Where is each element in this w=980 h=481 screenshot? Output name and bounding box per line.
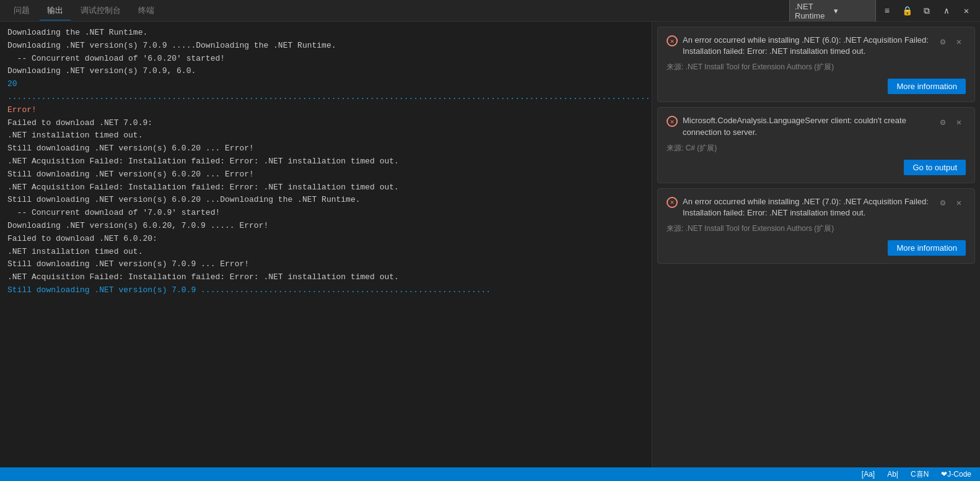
notif-title: Microsoft.CodeAnalysis.LanguageServer cl… <box>683 115 931 137</box>
console-line: Failed to download .NET 7.0.9: <box>7 117 644 130</box>
status-bar: [Aa] Ab| C喜N ❤︎J-Code <box>652 467 980 481</box>
notification-panel: ✕ An error occurred while installing .NE… <box>652 22 980 481</box>
notif-action-button[interactable]: More information <box>888 240 966 256</box>
tab-bar: 问题 输出 调试控制台 终端 .NET Runtime ▾ ≡ 🔒 ⧉ ∧ ✕ <box>0 0 980 22</box>
console-line: Still downloading .NET version(s) 6.0.20… <box>7 142 644 155</box>
console-line: Downloading .NET version(s) 7.0.9, 6.0. <box>7 65 644 78</box>
lock-icon[interactable]: 🔒 <box>898 2 916 20</box>
main-content: Downloading the .NET Runtime.Downloading… <box>0 22 980 481</box>
runtime-dropdown[interactable]: .NET Runtime ▾ <box>789 0 876 23</box>
notification-card: ✕ An error occurred while installing .NE… <box>657 188 975 264</box>
console-line: Downloading .NET version(s) 6.0.20, 7.0.… <box>7 220 644 233</box>
toolbar-right: .NET Runtime ▾ ≡ 🔒 ⧉ ∧ ✕ <box>789 0 980 22</box>
chevron-up-icon[interactable]: ∧ <box>938 2 955 20</box>
notif-footer: More information <box>667 240 966 256</box>
notif-title: An error occurred while installing .NET … <box>683 35 931 57</box>
console-line: .NET Acquisition Failed: Installation fa… <box>7 271 644 284</box>
console-line: .NET Acquisition Failed: Installation fa… <box>7 181 644 194</box>
notif-actions-top: ⚙ ✕ <box>936 196 966 210</box>
notif-header: ✕ An error occurred while installing .NE… <box>667 196 966 219</box>
error-icon: ✕ <box>667 35 678 46</box>
console-line: -- Concurrent download of '7.0.9' starte… <box>7 207 644 220</box>
gear-icon[interactable]: ⚙ <box>936 115 950 129</box>
status-ab[interactable]: Ab| <box>885 470 901 479</box>
console-line: -- Concurrent download of '6.0.20' start… <box>7 53 644 66</box>
console-line: .NET installation timed out. <box>7 246 644 259</box>
console-line: Still downloading .NET version(s) 6.0.20… <box>7 168 644 181</box>
notif-footer: More information <box>667 79 966 94</box>
tab-terminal[interactable]: 终端 <box>131 1 162 20</box>
console-line: Failed to download .NET 6.0.20: <box>7 233 644 246</box>
error-icon: ✕ <box>667 116 678 127</box>
console-line: Still downloading .NET version(s) 7.0.9 … <box>7 258 644 271</box>
notif-header: ✕ Microsoft.CodeAnalysis.LanguageServer … <box>667 115 966 137</box>
notif-footer: Go to output <box>667 160 966 175</box>
close-icon[interactable]: ✕ <box>952 196 966 210</box>
tab-output[interactable]: 输出 <box>40 1 71 20</box>
notification-card: ✕ Microsoft.CodeAnalysis.LanguageServer … <box>657 107 975 183</box>
notification-card: ✕ An error occurred while installing .NE… <box>657 27 975 102</box>
error-icon: ✕ <box>667 197 678 208</box>
bottom-status-left <box>0 467 652 481</box>
copy-icon[interactable]: ⧉ <box>918 2 935 20</box>
close-icon[interactable]: ✕ <box>952 115 966 129</box>
status-font-size[interactable]: [Aa] <box>859 470 877 479</box>
notif-actions-top: ⚙ ✕ <box>936 35 966 48</box>
notif-action-button[interactable]: Go to output <box>904 160 966 175</box>
close-icon[interactable]: ✕ <box>952 35 966 48</box>
status-jcode[interactable]: ❤︎J-Code <box>938 470 974 479</box>
notif-actions-top: ⚙ ✕ <box>936 115 966 129</box>
console-line: Downloading .NET version(s) 7.0.9 .....D… <box>7 40 644 53</box>
notif-title: An error occurred while installing .NET … <box>683 196 931 219</box>
tab-debug-console[interactable]: 调试控制台 <box>73 1 128 20</box>
console-line: Downloading the .NET Runtime. <box>7 27 644 40</box>
gear-icon[interactable]: ⚙ <box>936 196 950 210</box>
console-line: Still downloading .NET version(s) 6.0.20… <box>7 194 644 207</box>
console-line: 20 .....................................… <box>7 78 644 116</box>
console-output: Downloading the .NET Runtime.Downloading… <box>0 22 652 481</box>
notif-action-button[interactable]: More information <box>888 79 966 94</box>
list-icon[interactable]: ≡ <box>878 2 896 20</box>
dropdown-arrow-icon: ▾ <box>834 6 870 15</box>
notif-source: 来源: C# (扩展) <box>667 143 966 154</box>
console-line: .NET installation timed out. <box>7 129 644 142</box>
tab-problems[interactable]: 问题 <box>6 1 37 20</box>
console-line: .NET Acquisition Failed: Installation fa… <box>7 155 644 168</box>
console-line: Still downloading .NET version(s) 7.0.9 … <box>7 284 644 297</box>
notif-header: ✕ An error occurred while installing .NE… <box>667 35 966 57</box>
gear-icon[interactable]: ⚙ <box>936 35 950 48</box>
notif-source: 来源: .NET Install Tool for Extension Auth… <box>667 223 966 234</box>
status-csn[interactable]: C喜N <box>908 469 931 480</box>
close-panel-button[interactable]: ✕ <box>958 2 975 20</box>
notif-source: 来源: .NET Install Tool for Extension Auth… <box>667 62 966 72</box>
